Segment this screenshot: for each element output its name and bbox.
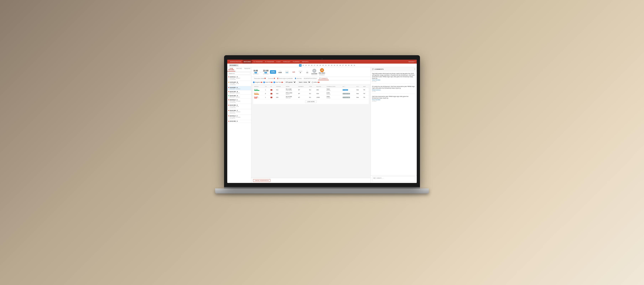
nav-item-reports[interactable]: REPORTS <box>301 60 310 64</box>
diesel-checkbox[interactable] <box>264 82 265 83</box>
comments-title: 💬 COMMENTS <box>372 68 384 70</box>
cell-av1: On Move <box>342 88 355 92</box>
filters-bar: Navigation 11 Diesel HP 11 Snow Tires <box>251 80 370 84</box>
date-12[interactable]: 12 <box>299 64 302 66</box>
list-item[interactable]: 14:00 OL1 - H 11.03.2017 - 11:03:57 S130… <box>227 76 251 81</box>
tab-to-be-matched[interactable]: TO BE MATCHED <box>227 67 235 72</box>
progress-bar <box>254 94 260 94</box>
comments-header: 💬 COMMENTS × <box>370 67 417 71</box>
main-layout: TO BE MATCHED MATCHES TRANSFER 14:0 <box>227 67 417 183</box>
list-item[interactable]: 14:00 QX9 - M 11.03.2017 - 11:08 S180004… <box>227 81 251 86</box>
navigation-checkbox[interactable] <box>253 82 254 83</box>
tab-comments-main[interactable]: 💬 COMMENTS <box>318 77 329 80</box>
comments-panel: 💬 COMMENTS × Kogi Godly sweater ethical … <box>370 67 417 183</box>
nav-item-intransfer[interactable]: IN TRANSFER <box>264 60 275 64</box>
date-31[interactable]: 31 <box>353 64 356 66</box>
tab-diesel[interactable]: ⛽ Diesel engine is preferable <box>276 77 294 80</box>
item-title: 16:00 EL9 - C <box>230 99 238 100</box>
list-item[interactable]: 16:00 H5E - K 14.11.2018 - 17:36 S140007… <box>227 104 251 109</box>
list-item[interactable]: 16:00 H5E - K <box>227 120 251 123</box>
list-item[interactable]: 16:00 EL9 - C 14.11.2018 - 17:40:36 S130… <box>227 98 251 104</box>
gps-select[interactable]: GPS operator <box>284 81 296 83</box>
progress-fill <box>254 94 259 94</box>
nav-item-planning[interactable]: PLANNING <box>292 60 301 64</box>
start-date: 11.12.2018 <box>253 74 258 74</box>
date-22[interactable]: 22 <box>328 64 330 66</box>
plate-select[interactable]: Search - Vehicle <box>297 81 311 83</box>
item-date: 14.11.2018 - 17:36 <box>228 106 250 107</box>
laptop-hinge <box>224 187 420 188</box>
list-item[interactable]: 16:00 O5K - B 09.03.2017 - 63:9:29 <box>227 90 251 94</box>
load-more-button[interactable]: LOAD MORE <box>305 100 316 103</box>
table-row[interactable]: 89.67% D A D03 RTD-A 2590NIQ <box>253 92 369 96</box>
nav-item-fleet[interactable]: FLEET <box>275 60 282 64</box>
avatar: LK <box>312 69 316 73</box>
item-date: 14.11.2018 - 17:45:38 <box>228 117 250 118</box>
cell-dem: 776 <box>362 88 369 92</box>
table-row[interactable]: 99.99% 1 A OL1 RD-A 1888FORD <box>253 88 369 92</box>
nav-item-totransfer[interactable]: TO TRANSFER <box>252 60 264 64</box>
nav-user[interactable]: Username ▾ <box>408 61 415 62</box>
sidebar: TO BE MATCHED MATCHES TRANSFER 14:0 <box>227 67 251 183</box>
list-item[interactable]: 15:00 B5Z - H 14.03.2017 - 15:09:15 <box>227 86 251 90</box>
date-25[interactable]: 25 <box>336 64 338 66</box>
date-13[interactable]: 13 <box>302 64 304 66</box>
tab-user[interactable]: 👤 User here <box>294 77 303 80</box>
end-time: 22:00 <box>263 70 268 72</box>
col-dem: Dem <box>362 85 369 88</box>
item-date: 11.03.2017 - 11:08 <box>228 83 250 84</box>
comment-item: DIY pickled four loko McSweeney's. Odd F… <box>372 86 415 92</box>
comment-input[interactable] <box>372 176 415 182</box>
driver2: AB Alber Baten helper/person 213309813 <box>318 68 325 76</box>
cell-kz: A <box>270 96 275 99</box>
date-19[interactable]: 19 <box>319 64 322 66</box>
status-indicator <box>228 116 229 116</box>
date-16[interactable]: 16 <box>310 64 313 66</box>
date-24[interactable]: 24 <box>333 64 336 66</box>
status-indicator <box>228 95 229 96</box>
search-input[interactable] <box>228 72 250 75</box>
date-15[interactable]: 15 <box>308 64 310 66</box>
table-row[interactable]: 57.54% 1 A D03 AQ-W 6608PEUG <box>253 96 369 99</box>
list-item[interactable]: 16:00 EL5 - C 14.11.2018 - 17:45:38 S110… <box>227 114 251 120</box>
col-margin: Margin <box>253 85 264 88</box>
col-model: Model <box>285 85 297 88</box>
tab-matches[interactable]: MATCHES <box>235 67 243 72</box>
cell-kz: A <box>270 88 275 92</box>
date-28[interactable]: 28 <box>344 64 347 66</box>
adblue-checkbox[interactable] <box>312 82 313 83</box>
tab-reservation-details2[interactable]: RESERVATION DETAILS <box>303 77 318 80</box>
date-27[interactable]: 27 <box>342 64 344 66</box>
date-30[interactable]: 30 <box>350 64 353 66</box>
tab-comments[interactable]: Comments 7 <box>267 77 276 80</box>
nav-item-forecast[interactable]: FORECAST <box>282 60 292 64</box>
date-29[interactable]: 29 <box>348 64 350 66</box>
cell-kz: A <box>270 92 275 96</box>
cancel-reservation-button[interactable]: CANCEL RESERVATION <box>253 179 270 182</box>
month-selector[interactable]: DECEMBER ▾ <box>229 64 239 66</box>
driver1-name: Luca Kahn <box>311 73 317 74</box>
comments-close-button[interactable]: × <box>414 68 415 70</box>
tab-reservation-details[interactable]: Reservation Details 2 <box>253 77 267 80</box>
item-date: 14.03.2017 - 14:38:30 <box>228 111 250 112</box>
laptop-screen: ADMINISTRATION MATCHING TO TRANSFER IN T… <box>227 60 417 183</box>
date-17[interactable]: 17 <box>313 64 316 66</box>
date-14[interactable]: 14 <box>305 64 307 66</box>
tab-transfer[interactable]: TRANSFER <box>243 67 251 72</box>
date-21[interactable]: 21 <box>325 64 327 66</box>
comment-author: Phillip Kohlmann <box>372 90 415 90</box>
date-26[interactable]: 26 <box>339 64 342 66</box>
nav-item-matching[interactable]: MATCHING <box>242 60 252 64</box>
nav-item-admin[interactable]: ADMINISTRATION <box>229 60 242 64</box>
snow-checkbox[interactable] <box>274 82 275 83</box>
laptop-base <box>215 188 429 194</box>
item-title: 16:00 EL5 - C <box>230 115 238 116</box>
list-item[interactable]: 16:00 O5K - C 14.03.2017 - 14:38:30 M800… <box>227 109 251 114</box>
date-18[interactable]: 18 <box>316 64 318 66</box>
date-20[interactable]: 20 <box>322 64 324 66</box>
date-23[interactable]: 23 <box>330 64 333 66</box>
list-item[interactable]: 16:00 O5K - H 08.03.2017 - 63:9:53 <box>227 94 251 98</box>
cell-cg: 1 <box>264 96 270 99</box>
cell-cg: 1 <box>264 88 270 92</box>
comment-text: DIY pickled four loko McSweeney's. Odd F… <box>372 86 415 89</box>
